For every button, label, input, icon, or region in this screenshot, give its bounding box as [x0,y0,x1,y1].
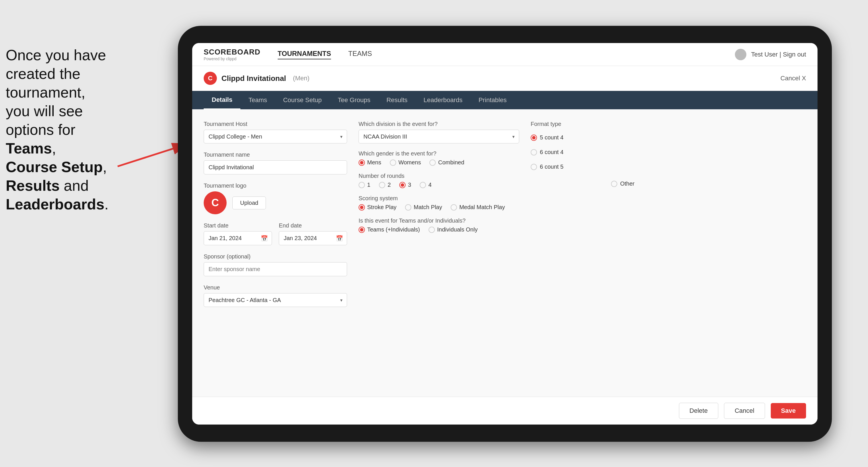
tab-teams[interactable]: Teams [240,91,275,109]
logo-section: C Upload [204,191,347,214]
start-date-wrapper: 📅 [204,231,272,245]
scoring-stroke-radio[interactable] [359,204,365,211]
tab-course-setup[interactable]: Course Setup [275,91,330,109]
end-date-wrapper: 📅 [279,231,347,245]
round-3[interactable]: 3 [399,182,411,188]
gender-mens-radio[interactable] [359,159,365,166]
format-5count4-radio[interactable] [531,134,537,141]
delete-button[interactable]: Delete [679,403,718,419]
tablet-screen: SCOREBOARD Powered by clippd TOURNAMENTS… [192,43,817,425]
format-other[interactable]: Other [611,181,806,187]
round-4-label: 4 [428,182,431,188]
end-date-field: End date 📅 [279,222,347,245]
middle-column: Which division is the event for? NCAA Di… [359,121,519,385]
teams-plus-individuals[interactable]: Teams (+Individuals) [359,226,420,233]
logo-sub: Powered by clippd [204,57,260,61]
round-3-label: 3 [408,182,411,188]
teams-radio-group: Teams (+Individuals) Individuals Only [359,226,519,233]
tab-details[interactable]: Details [204,91,240,109]
division-select[interactable]: NCAA Division III [359,130,519,144]
nav-links: TOURNAMENTS TEAMS [278,50,372,59]
format-6count4-label: 6 count 4 [540,149,563,155]
scoring-field: Scoring system Stroke Play Match Play [359,195,519,211]
scoring-medal-radio[interactable] [451,204,457,211]
tournament-host-select[interactable]: Clippd College - Men [204,130,347,144]
gender-radio-group: Mens Womens Combined [359,159,519,166]
tournament-name-field: Tournament name [204,152,347,175]
teams-plus-label: Teams (+Individuals) [367,226,420,233]
individuals-only[interactable]: Individuals Only [429,226,477,233]
gender-combined-radio[interactable] [429,159,436,166]
logo-area: SCOREBOARD Powered by clippd [204,48,260,61]
division-select-wrapper: NCAA Division III [359,130,519,144]
format-5count4[interactable]: 5 count 4 [531,134,806,141]
format-other-radio[interactable] [611,181,617,187]
calendar-icon: 📅 [261,235,268,242]
format-6count4-radio[interactable] [531,149,537,155]
logo-name: SCOREBOARD [204,48,260,57]
top-nav: SCOREBOARD Powered by clippd TOURNAMENTS… [192,43,817,66]
round-4[interactable]: 4 [420,182,431,188]
teams-label: Is this event for Teams and/or Individua… [359,217,519,224]
format-6count5-label: 6 count 5 [540,163,563,170]
venue-select[interactable]: Peachtree GC - Atlanta - GA [204,293,347,307]
gender-combined[interactable]: Combined [429,159,464,166]
round-1-label: 1 [367,182,370,188]
round-1-radio[interactable] [359,182,365,188]
tab-leaderboards[interactable]: Leaderboards [416,91,471,109]
save-button[interactable]: Save [771,403,806,418]
tabs-bar: Details Teams Course Setup Tee Groups Re… [192,91,817,109]
format-6count4[interactable]: 6 count 4 [531,149,806,155]
venue-field: Venue Peachtree GC - Atlanta - GA [204,284,347,307]
round-2[interactable]: 2 [379,182,391,188]
teams-field: Is this event for Teams and/or Individua… [359,217,519,233]
avatar [735,49,746,60]
teams-plus-radio[interactable] [359,227,365,233]
start-date-label: Start date [204,222,272,229]
scoring-label: Scoring system [359,195,519,201]
upload-button[interactable]: Upload [232,196,266,209]
scoring-match[interactable]: Match Play [405,204,442,211]
scoring-match-radio[interactable] [405,204,411,211]
cancel-button[interactable]: Cancel [724,403,765,419]
nav-teams[interactable]: TEAMS [348,50,372,59]
tab-printables[interactable]: Printables [470,91,515,109]
gender-womens-radio[interactable] [390,159,396,166]
tab-results[interactable]: Results [378,91,415,109]
round-1[interactable]: 1 [359,182,370,188]
round-3-radio[interactable] [399,182,406,188]
sponsor-input[interactable] [204,262,347,276]
nav-tournaments[interactable]: TOURNAMENTS [278,50,331,59]
gender-label: Which gender is the event for? [359,150,519,157]
user-text[interactable]: Test User | Sign out [751,51,806,58]
tournament-name-input[interactable] [204,160,347,175]
tournament-title-row: C Clippd Invitational (Men) [204,72,310,85]
tournament-host-label: Tournament Host [204,121,347,127]
tournament-name-label: Tournament name [204,152,347,158]
start-date-field: Start date 📅 [204,222,272,245]
end-date-label: End date [279,222,347,229]
format-6count5-radio[interactable] [531,164,537,170]
gender-mens[interactable]: Mens [359,159,381,166]
scoring-medal-label: Medal Match Play [459,204,505,211]
individuals-only-radio[interactable] [429,227,435,233]
sponsor-field: Sponsor (optional) [204,253,347,276]
logo-circle: C [204,191,227,214]
tab-tee-groups[interactable]: Tee Groups [330,91,378,109]
left-column: Tournament Host Clippd College - Men Tou… [204,121,347,385]
scoring-stroke[interactable]: Stroke Play [359,204,396,211]
scoring-radio-group: Stroke Play Match Play Medal Match Play [359,204,519,211]
round-2-radio[interactable] [379,182,385,188]
cancel-tournament-button[interactable]: Cancel X [780,74,806,82]
calendar-end-icon: 📅 [336,235,343,242]
gender-womens[interactable]: Womens [390,159,421,166]
venue-select-wrapper: Peachtree GC - Atlanta - GA [204,293,347,307]
tournament-logo-label: Tournament logo [204,182,347,189]
format-6count5[interactable]: 6 count 5 [531,163,806,170]
round-4-radio[interactable] [420,182,426,188]
user-area: Test User | Sign out [735,49,806,60]
tournament-header: C Clippd Invitational (Men) Cancel X [192,66,817,91]
right-column: Format type 5 count 4 6 count 4 6 count … [531,121,806,385]
scoring-medal[interactable]: Medal Match Play [451,204,505,211]
gender-field: Which gender is the event for? Mens Wome… [359,150,519,166]
